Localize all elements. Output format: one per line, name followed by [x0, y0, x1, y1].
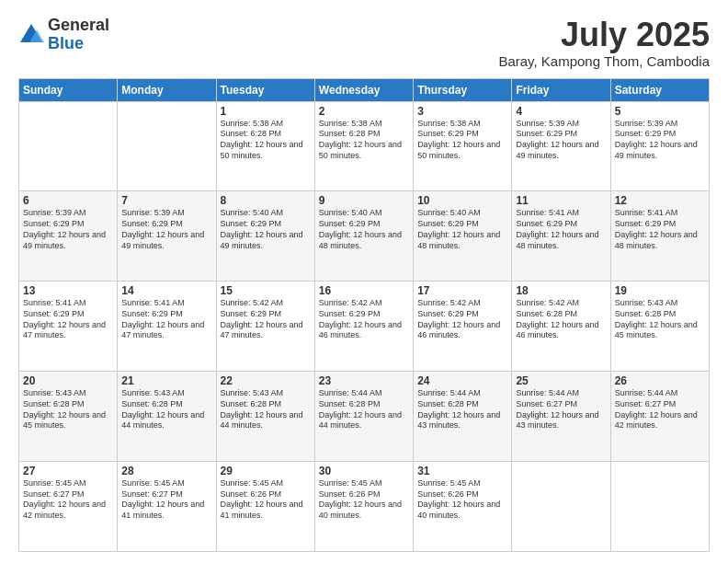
calendar-cell: 20Sunrise: 5:43 AM Sunset: 6:28 PM Dayli… — [19, 372, 118, 462]
calendar-cell: 5Sunrise: 5:39 AM Sunset: 6:29 PM Daylig… — [610, 101, 709, 191]
day-info: Sunrise: 5:42 AM Sunset: 6:28 PM Dayligh… — [516, 298, 606, 341]
day-number: 23 — [319, 374, 409, 387]
calendar-cell: 23Sunrise: 5:44 AM Sunset: 6:28 PM Dayli… — [314, 372, 413, 462]
logo-icon — [18, 22, 44, 48]
calendar-cell: 12Sunrise: 5:41 AM Sunset: 6:29 PM Dayli… — [610, 191, 709, 282]
day-number: 14 — [121, 284, 211, 297]
calendar-cell: 26Sunrise: 5:44 AM Sunset: 6:27 PM Dayli… — [610, 372, 709, 462]
calendar-cell: 21Sunrise: 5:43 AM Sunset: 6:28 PM Dayli… — [118, 372, 216, 462]
calendar-cell: 27Sunrise: 5:45 AM Sunset: 6:27 PM Dayli… — [19, 462, 118, 552]
day-info: Sunrise: 5:44 AM Sunset: 6:28 PM Dayligh… — [319, 388, 409, 431]
day-info: Sunrise: 5:45 AM Sunset: 6:27 PM Dayligh… — [23, 478, 113, 522]
logo: General Blue — [18, 17, 109, 53]
day-number: 6 — [23, 194, 113, 207]
header-row: SundayMondayTuesdayWednesdayThursdayFrid… — [19, 78, 710, 101]
day-info: Sunrise: 5:41 AM Sunset: 6:29 PM Dayligh… — [121, 298, 211, 341]
header-day-saturday: Saturday — [610, 78, 709, 101]
day-info: Sunrise: 5:40 AM Sunset: 6:29 PM Dayligh… — [221, 208, 311, 251]
day-number: 25 — [516, 374, 606, 387]
logo-blue: Blue — [48, 35, 109, 53]
day-number: 1 — [221, 105, 311, 118]
calendar-cell: 13Sunrise: 5:41 AM Sunset: 6:29 PM Dayli… — [19, 282, 118, 372]
calendar-cell: 8Sunrise: 5:40 AM Sunset: 6:29 PM Daylig… — [216, 191, 314, 282]
day-info: Sunrise: 5:43 AM Sunset: 6:28 PM Dayligh… — [615, 298, 705, 341]
day-number: 15 — [221, 284, 311, 297]
day-number: 26 — [615, 374, 705, 387]
calendar-cell: 9Sunrise: 5:40 AM Sunset: 6:29 PM Daylig… — [314, 191, 413, 282]
header-day-tuesday: Tuesday — [216, 78, 314, 101]
day-info: Sunrise: 5:43 AM Sunset: 6:28 PM Dayligh… — [221, 388, 311, 431]
day-info: Sunrise: 5:45 AM Sunset: 6:26 PM Dayligh… — [319, 478, 409, 522]
header-day-thursday: Thursday — [414, 78, 512, 101]
calendar-cell: 17Sunrise: 5:42 AM Sunset: 6:29 PM Dayli… — [414, 282, 512, 372]
title-block: July 2025 Baray, Kampong Thom, Cambodia — [498, 17, 710, 69]
day-info: Sunrise: 5:38 AM Sunset: 6:28 PM Dayligh… — [221, 119, 311, 162]
header-day-sunday: Sunday — [19, 78, 118, 101]
calendar-cell: 29Sunrise: 5:45 AM Sunset: 6:26 PM Dayli… — [216, 462, 314, 552]
day-info: Sunrise: 5:39 AM Sunset: 6:29 PM Dayligh… — [121, 208, 211, 251]
day-number: 21 — [121, 374, 211, 387]
day-number: 31 — [417, 465, 507, 477]
day-info: Sunrise: 5:41 AM Sunset: 6:29 PM Dayligh… — [23, 298, 113, 341]
header: General Blue July 2025 Baray, Kampong Th… — [18, 17, 710, 69]
day-info: Sunrise: 5:45 AM Sunset: 6:27 PM Dayligh… — [121, 478, 211, 522]
day-number: 11 — [516, 194, 606, 207]
calendar-table: SundayMondayTuesdayWednesdayThursdayFrid… — [18, 78, 710, 552]
calendar-cell: 25Sunrise: 5:44 AM Sunset: 6:27 PM Dayli… — [512, 372, 610, 462]
day-info: Sunrise: 5:42 AM Sunset: 6:29 PM Dayligh… — [221, 298, 311, 341]
day-info: Sunrise: 5:39 AM Sunset: 6:29 PM Dayligh… — [516, 119, 606, 162]
calendar-cell: 24Sunrise: 5:44 AM Sunset: 6:28 PM Dayli… — [414, 372, 512, 462]
day-info: Sunrise: 5:41 AM Sunset: 6:29 PM Dayligh… — [615, 208, 705, 251]
day-number: 2 — [319, 105, 409, 118]
day-info: Sunrise: 5:44 AM Sunset: 6:27 PM Dayligh… — [615, 388, 705, 431]
calendar-cell: 31Sunrise: 5:45 AM Sunset: 6:26 PM Dayli… — [414, 462, 512, 552]
day-info: Sunrise: 5:42 AM Sunset: 6:29 PM Dayligh… — [417, 298, 507, 341]
day-number: 9 — [319, 194, 409, 207]
calendar-cell — [118, 101, 216, 191]
calendar-cell: 28Sunrise: 5:45 AM Sunset: 6:27 PM Dayli… — [118, 462, 216, 552]
header-day-wednesday: Wednesday — [314, 78, 413, 101]
day-number: 27 — [23, 465, 113, 477]
calendar-cell: 16Sunrise: 5:42 AM Sunset: 6:29 PM Dayli… — [314, 282, 413, 372]
day-number: 28 — [121, 465, 211, 477]
week-row-3: 13Sunrise: 5:41 AM Sunset: 6:29 PM Dayli… — [19, 282, 710, 372]
location-title: Baray, Kampong Thom, Cambodia — [498, 53, 710, 69]
calendar-cell: 4Sunrise: 5:39 AM Sunset: 6:29 PM Daylig… — [512, 101, 610, 191]
calendar-cell — [610, 462, 709, 552]
day-number: 30 — [319, 465, 409, 477]
day-number: 5 — [615, 105, 705, 118]
day-number: 20 — [23, 374, 113, 387]
day-number: 4 — [516, 105, 606, 118]
day-number: 29 — [221, 465, 311, 477]
day-info: Sunrise: 5:38 AM Sunset: 6:29 PM Dayligh… — [417, 119, 507, 162]
week-row-5: 27Sunrise: 5:45 AM Sunset: 6:27 PM Dayli… — [19, 462, 710, 552]
day-number: 7 — [121, 194, 211, 207]
calendar-header: SundayMondayTuesdayWednesdayThursdayFrid… — [19, 78, 710, 101]
calendar-body: 1Sunrise: 5:38 AM Sunset: 6:28 PM Daylig… — [19, 101, 710, 551]
day-info: Sunrise: 5:43 AM Sunset: 6:28 PM Dayligh… — [23, 388, 113, 431]
day-info: Sunrise: 5:41 AM Sunset: 6:29 PM Dayligh… — [516, 208, 606, 251]
day-number: 10 — [417, 194, 507, 207]
day-info: Sunrise: 5:39 AM Sunset: 6:29 PM Dayligh… — [615, 119, 705, 162]
calendar-cell: 15Sunrise: 5:42 AM Sunset: 6:29 PM Dayli… — [216, 282, 314, 372]
day-number: 3 — [417, 105, 507, 118]
day-info: Sunrise: 5:40 AM Sunset: 6:29 PM Dayligh… — [319, 208, 409, 251]
day-number: 13 — [23, 284, 113, 297]
calendar-cell: 1Sunrise: 5:38 AM Sunset: 6:28 PM Daylig… — [216, 101, 314, 191]
calendar-cell: 7Sunrise: 5:39 AM Sunset: 6:29 PM Daylig… — [118, 191, 216, 282]
day-number: 12 — [615, 194, 705, 207]
day-number: 17 — [417, 284, 507, 297]
calendar-cell: 19Sunrise: 5:43 AM Sunset: 6:28 PM Dayli… — [610, 282, 709, 372]
day-info: Sunrise: 5:42 AM Sunset: 6:29 PM Dayligh… — [319, 298, 409, 341]
calendar-cell: 6Sunrise: 5:39 AM Sunset: 6:29 PM Daylig… — [19, 191, 118, 282]
calendar-cell — [512, 462, 610, 552]
day-info: Sunrise: 5:44 AM Sunset: 6:28 PM Dayligh… — [417, 388, 507, 431]
week-row-2: 6Sunrise: 5:39 AM Sunset: 6:29 PM Daylig… — [19, 191, 710, 282]
day-number: 18 — [516, 284, 606, 297]
day-info: Sunrise: 5:45 AM Sunset: 6:26 PM Dayligh… — [417, 478, 507, 522]
calendar-cell: 22Sunrise: 5:43 AM Sunset: 6:28 PM Dayli… — [216, 372, 314, 462]
calendar-cell: 3Sunrise: 5:38 AM Sunset: 6:29 PM Daylig… — [414, 101, 512, 191]
calendar-cell: 18Sunrise: 5:42 AM Sunset: 6:28 PM Dayli… — [512, 282, 610, 372]
calendar-cell: 14Sunrise: 5:41 AM Sunset: 6:29 PM Dayli… — [118, 282, 216, 372]
calendar-cell: 10Sunrise: 5:40 AM Sunset: 6:29 PM Dayli… — [414, 191, 512, 282]
